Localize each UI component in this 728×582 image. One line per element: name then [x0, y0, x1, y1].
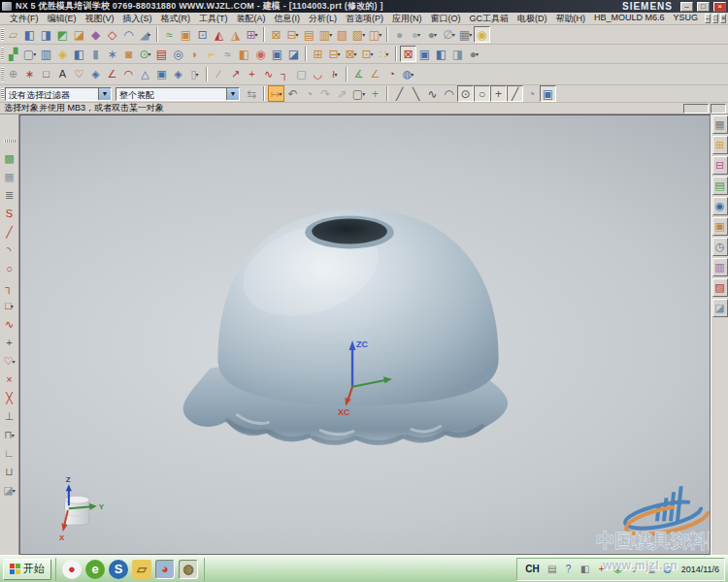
project-curve-icon[interactable]: ↗	[227, 66, 244, 82]
dropdown-arrow-icon[interactable]: ▾	[371, 50, 374, 57]
snap-circle-icon[interactable]: ○	[474, 85, 490, 102]
start-button[interactable]: 开始	[3, 559, 51, 580]
gray-view-icon[interactable]: ●▾	[466, 46, 482, 62]
surface-corner-icon[interactable]: ◈	[87, 66, 104, 82]
heart-curve-icon[interactable]: ♡▾	[1, 352, 18, 370]
thicken-icon[interactable]: ⊞▾	[244, 26, 260, 43]
menu-item[interactable]: 视图(V)	[82, 12, 118, 26]
wireframe-view-icon[interactable]: ◧	[433, 46, 449, 62]
extract-curve-icon[interactable]: ▢	[293, 66, 310, 82]
offset-surface-icon[interactable]: ⊡	[194, 26, 211, 43]
snap-point-icon[interactable]: ⊕	[5, 66, 21, 82]
model-dome[interactable]	[217, 208, 498, 405]
translucent-view-icon[interactable]: ◨	[449, 46, 466, 62]
rect-select-icon[interactable]: ▢▾	[350, 85, 367, 102]
menu-item[interactable]: GC工具箱	[466, 12, 513, 26]
shaded-view-icon[interactable]: ▣	[416, 46, 433, 62]
intersect-icon[interactable]: ▣	[269, 46, 285, 62]
point-icon[interactable]: +	[1, 334, 18, 351]
helix-icon[interactable]: ◈	[170, 66, 186, 82]
dropdown-arrow-icon[interactable]: ▾	[385, 50, 388, 57]
menu-item[interactable]: 装配(A)	[233, 12, 270, 26]
dropdown-arrow-icon[interactable]: ▾	[379, 31, 381, 38]
wave-link-icon[interactable]: ≈	[219, 46, 236, 62]
dropdown-arrow-icon[interactable]: ▾	[362, 90, 365, 97]
trim-curve-icon[interactable]: ×	[1, 371, 18, 388]
scale-object-icon[interactable]: ⊠▾	[343, 46, 359, 62]
dropdown-arrow-icon[interactable]: ▾	[12, 358, 15, 365]
snap-face-icon[interactable]: ◔	[523, 85, 540, 102]
internet-tab[interactable]: ◉	[712, 197, 728, 215]
ime-tray-icon[interactable]: ◧	[579, 563, 592, 576]
dropdown-arrow-icon[interactable]: ▾	[434, 31, 437, 38]
law-extension-icon[interactable]: ◢▾	[137, 26, 153, 43]
folder-icon[interactable]: ▱	[132, 560, 151, 579]
resize-face-icon[interactable]: ▨▾	[350, 26, 367, 43]
close-window-icon[interactable]: ⊠	[400, 46, 416, 62]
taskbar-clock[interactable]: 2014/11/6	[678, 565, 719, 574]
subtract-icon[interactable]: ◉	[252, 46, 269, 62]
trimmed-sheet-icon[interactable]: ◭	[211, 26, 227, 43]
child-restore-button[interactable]: □	[712, 14, 718, 23]
intersection-curve-icon[interactable]: ∿	[260, 66, 277, 82]
datum-plane-icon[interactable]: ◈	[54, 46, 71, 62]
bridge-surface-icon[interactable]: ◠	[120, 26, 137, 43]
open-book-icon[interactable]: ▥	[38, 46, 54, 62]
constraint-navigator-tab[interactable]: ⊟	[712, 156, 728, 175]
grid-style-icon[interactable]: ▦▾	[457, 26, 474, 43]
pattern-icon[interactable]: ⊡▾	[359, 46, 376, 62]
menu-item[interactable]: YSUG	[670, 12, 703, 26]
menu-item[interactable]: 工具(T)	[195, 12, 232, 26]
dropdown-arrow-icon[interactable]: ▾	[338, 50, 341, 57]
snap-point-target-icon[interactable]: +	[490, 85, 507, 102]
menu-item[interactable]: HB_MOULD M6.6	[590, 12, 669, 26]
highlight-bulb-icon[interactable]: ◉	[474, 26, 490, 43]
palettes-tab[interactable]: ▥	[712, 258, 728, 276]
chevron-down-icon[interactable]: ▼	[98, 88, 111, 100]
chevron-down-icon[interactable]: ▼	[226, 88, 239, 100]
nx-tray-icon[interactable]: ◍	[661, 563, 675, 576]
mirror-icon[interactable]: ∷▾	[376, 46, 392, 62]
task-label-icon[interactable]: ≣	[1, 186, 18, 204]
studio-spline-icon[interactable]: ♡	[71, 66, 87, 82]
boss-icon[interactable]: ◙	[120, 46, 137, 62]
dropdown-arrow-icon[interactable]: ▾	[11, 303, 14, 309]
dropdown-arrow-icon[interactable]: ▾	[148, 31, 150, 38]
menu-item[interactable]: 文件(F)	[6, 12, 43, 26]
roles-tab[interactable]: ▨	[712, 278, 728, 297]
menu-item[interactable]: 信息(I)	[271, 12, 305, 26]
dropdown-arrow-icon[interactable]: ▾	[362, 31, 365, 38]
menu-item[interactable]: 首选项(P)	[342, 12, 387, 26]
emboss-icon[interactable]: ◪	[285, 46, 302, 62]
dropdown-arrow-icon[interactable]: ▾	[476, 50, 479, 57]
rendered-style-icon[interactable]: ●	[391, 26, 408, 43]
dropdown-arrow-icon[interactable]: ▾	[354, 50, 357, 57]
four-point-surface-icon[interactable]: ▱	[5, 26, 21, 43]
sew-icon[interactable]: ≈	[161, 26, 178, 43]
offset-curve-icon[interactable]: ∕	[211, 66, 227, 82]
text-icon[interactable]: A	[54, 66, 71, 82]
antivirus-tray-icon[interactable]: ◉	[612, 563, 625, 576]
hook-feature-icon[interactable]: ⌐	[203, 46, 219, 62]
nx-app-icon[interactable]: ◕	[155, 560, 175, 579]
menu-item[interactable]: 电极(D)	[513, 12, 551, 26]
erase-preview-icon[interactable]: ◔	[301, 85, 317, 102]
circle-icon[interactable]: ○	[1, 260, 18, 277]
menu-item[interactable]: 分析(L)	[305, 12, 341, 26]
rotate-object-icon[interactable]: ⊟▾	[326, 46, 343, 62]
menu-item[interactable]: 应用(N)	[388, 12, 426, 26]
finish-sketch-icon[interactable]: ▞	[5, 46, 21, 62]
move-face-icon[interactable]: ▤	[301, 26, 317, 43]
cylinder-icon[interactable]: ▮	[87, 46, 104, 62]
snap-mid-icon[interactable]: ╲	[408, 85, 424, 102]
bracket-icon[interactable]: ⊔	[1, 463, 18, 480]
dropdown-arrow-icon[interactable]: ▾	[12, 432, 15, 438]
menu-item[interactable]: 插入(S)	[119, 12, 156, 26]
measure-angle-icon[interactable]: ∠	[367, 66, 383, 82]
sogou-browser-icon[interactable]: S	[109, 560, 128, 579]
clipboard-tray-icon[interactable]: +	[595, 563, 609, 576]
close-button[interactable]: ×	[713, 2, 726, 12]
plane-curve-icon[interactable]: △	[137, 66, 153, 82]
length-icon[interactable]: ∟	[1, 444, 18, 462]
line-icon[interactable]: ╱	[1, 223, 18, 241]
